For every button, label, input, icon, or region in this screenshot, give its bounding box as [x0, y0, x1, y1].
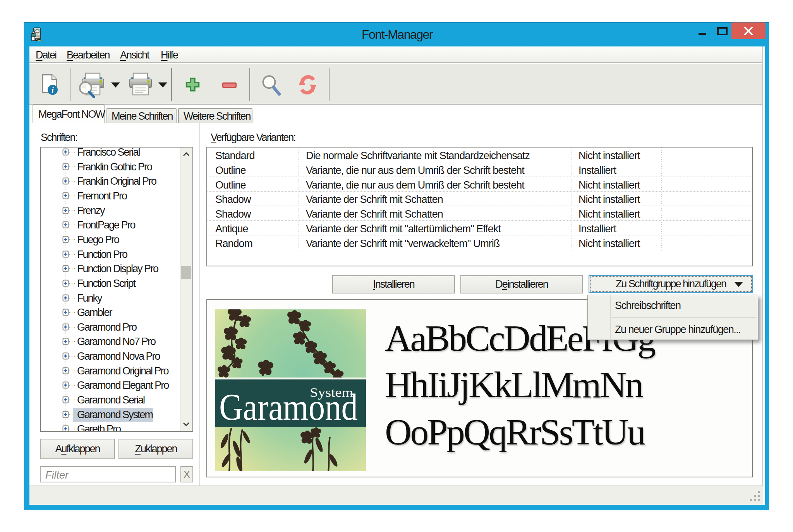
svg-text:Garamond: Garamond	[219, 386, 358, 428]
svg-text:i: i	[51, 86, 54, 95]
